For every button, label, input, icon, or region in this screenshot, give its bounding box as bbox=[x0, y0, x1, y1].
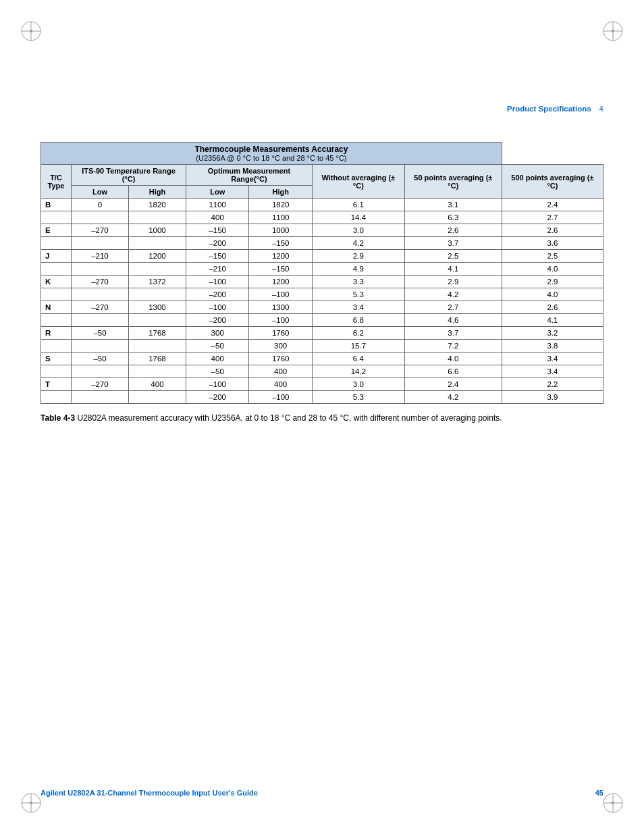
svg-point-15 bbox=[612, 802, 614, 804]
avg50: 7.2 bbox=[404, 340, 502, 353]
opt-high: 1760 bbox=[249, 353, 312, 365]
table-row: 400110014.46.32.7 bbox=[41, 211, 603, 224]
corner-mark-tr bbox=[601, 19, 625, 43]
col-optimum: Optimum Measurement Range(°C) bbox=[186, 165, 312, 186]
its-high bbox=[128, 211, 186, 224]
table-row: E–2701000–15010003.02.62.6 bbox=[41, 224, 603, 237]
avg500: 2.7 bbox=[502, 211, 603, 224]
table-row: –200–1006.84.64.1 bbox=[41, 314, 603, 327]
avg500: 3.8 bbox=[502, 340, 603, 353]
opt-low: –200 bbox=[186, 391, 248, 404]
opt-high: 1300 bbox=[249, 301, 312, 314]
tc-type bbox=[41, 263, 72, 276]
its-low bbox=[72, 391, 129, 404]
table-row: R–50176830017606.23.73.2 bbox=[41, 327, 603, 340]
opt-low: 400 bbox=[186, 211, 248, 224]
avg500: 4.0 bbox=[502, 288, 603, 301]
table-row: –200–1005.34.24.0 bbox=[41, 288, 603, 301]
its-high: 1200 bbox=[128, 250, 186, 263]
table-row: T–270400–1004003.02.42.2 bbox=[41, 378, 603, 391]
opt-low: 1100 bbox=[186, 199, 248, 211]
wo-avg: 5.3 bbox=[312, 288, 404, 301]
corner-mark-tl bbox=[19, 19, 43, 43]
table-row: N–2701300–10013003.42.72.6 bbox=[41, 301, 603, 314]
tc-type bbox=[41, 314, 72, 327]
opt-high: 300 bbox=[249, 340, 312, 353]
opt-high: –150 bbox=[249, 237, 312, 250]
avg50: 6.6 bbox=[404, 365, 502, 378]
wo-avg: 14.4 bbox=[312, 211, 404, 224]
wo-avg: 4.2 bbox=[312, 237, 404, 250]
accuracy-table: Thermocouple Measurements Accuracy (U235… bbox=[41, 142, 603, 404]
its-low: 0 bbox=[72, 199, 129, 211]
opt-low: –50 bbox=[186, 340, 248, 353]
table-row: –200–1504.23.73.6 bbox=[41, 237, 603, 250]
tc-type bbox=[41, 391, 72, 404]
avg50: 2.4 bbox=[404, 378, 502, 391]
avg50: 2.7 bbox=[404, 301, 502, 314]
its-low bbox=[72, 288, 129, 301]
tc-type: N bbox=[41, 301, 72, 314]
avg500: 2.6 bbox=[502, 224, 603, 237]
col-opt-low: Low bbox=[186, 186, 248, 199]
tc-type: K bbox=[41, 276, 72, 288]
avg50: 3.1 bbox=[404, 199, 502, 211]
tc-type: E bbox=[41, 224, 72, 237]
tc-type: R bbox=[41, 327, 72, 340]
its-low: –210 bbox=[72, 250, 129, 263]
avg500: 4.0 bbox=[502, 263, 603, 276]
opt-low: –100 bbox=[186, 378, 248, 391]
avg500: 2.9 bbox=[502, 276, 603, 288]
its-high: 1768 bbox=[128, 327, 186, 340]
tc-type: T bbox=[41, 378, 72, 391]
avg500: 2.5 bbox=[502, 250, 603, 263]
opt-low: –150 bbox=[186, 250, 248, 263]
avg500: 3.4 bbox=[502, 365, 603, 378]
corner-mark-bl bbox=[19, 791, 43, 815]
footer-title: Agilent U2802A 31-Channel Thermocouple I… bbox=[41, 789, 258, 797]
avg50: 4.6 bbox=[404, 314, 502, 327]
col-its90-low: Low bbox=[72, 186, 129, 199]
table-row: J–2101200–15012002.92.52.5 bbox=[41, 250, 603, 263]
avg500: 4.1 bbox=[502, 314, 603, 327]
table-title: Thermocouple Measurements Accuracy bbox=[45, 145, 498, 154]
wo-avg: 3.0 bbox=[312, 224, 404, 237]
opt-high: 1760 bbox=[249, 327, 312, 340]
opt-high: 1200 bbox=[249, 250, 312, 263]
tc-type bbox=[41, 211, 72, 224]
opt-high: –100 bbox=[249, 314, 312, 327]
its-low: –50 bbox=[72, 327, 129, 340]
wo-avg: 4.9 bbox=[312, 263, 404, 276]
table-caption: Table 4-3 U2802A measurement accuracy wi… bbox=[41, 412, 603, 424]
tc-type: B bbox=[41, 199, 72, 211]
col-without-avg: Without averaging (± °C) bbox=[312, 165, 404, 199]
tc-type: S bbox=[41, 353, 72, 365]
table-row: –200–1005.34.23.9 bbox=[41, 391, 603, 404]
avg50: 4.1 bbox=[404, 263, 502, 276]
wo-avg: 2.9 bbox=[312, 250, 404, 263]
avg500: 2.6 bbox=[502, 301, 603, 314]
its-high bbox=[128, 288, 186, 301]
its-high bbox=[128, 365, 186, 378]
its-high: 1300 bbox=[128, 301, 186, 314]
tc-type: J bbox=[41, 250, 72, 263]
col-its90: ITS-90 Temperature Range (°C) bbox=[72, 165, 186, 186]
avg50: 4.0 bbox=[404, 353, 502, 365]
its-low: –270 bbox=[72, 378, 129, 391]
opt-high: 400 bbox=[249, 365, 312, 378]
opt-low: 400 bbox=[186, 353, 248, 365]
opt-low: –200 bbox=[186, 237, 248, 250]
its-high: 1000 bbox=[128, 224, 186, 237]
tc-type bbox=[41, 288, 72, 301]
its-high: 1768 bbox=[128, 353, 186, 365]
avg50: 2.9 bbox=[404, 276, 502, 288]
avg50: 2.5 bbox=[404, 250, 502, 263]
its-high bbox=[128, 314, 186, 327]
col-opt-high: High bbox=[249, 186, 312, 199]
avg500: 3.9 bbox=[502, 391, 603, 404]
header-title: Product Specifications bbox=[507, 105, 591, 113]
wo-avg: 3.0 bbox=[312, 378, 404, 391]
opt-high: 1820 bbox=[249, 199, 312, 211]
opt-low: –50 bbox=[186, 365, 248, 378]
table-row: S–50176840017606.44.03.4 bbox=[41, 353, 603, 365]
